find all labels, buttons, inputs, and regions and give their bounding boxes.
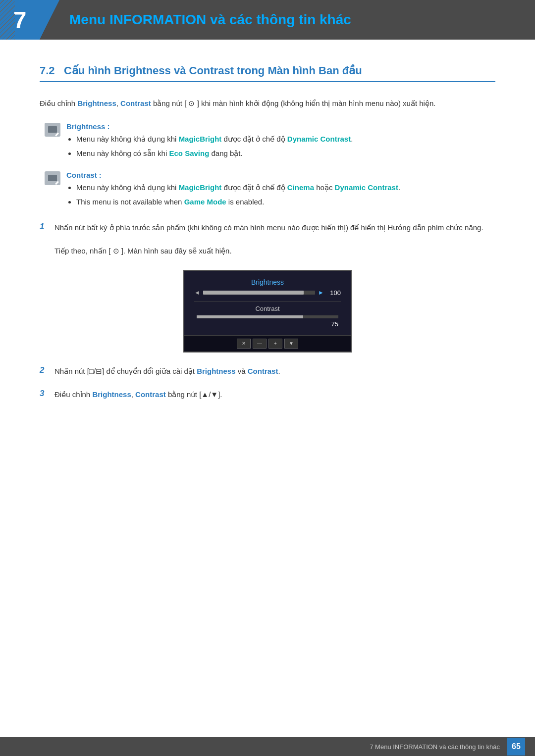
- brightness-section: Brightness ◄ ► 100: [194, 278, 341, 297]
- header-title: Menu INFORMATION và các thông tin khác: [59, 12, 351, 28]
- note-brightness-list: Menu này không khả dụng khi MagicBright …: [66, 133, 495, 159]
- monitor-ui-inner: Brightness ◄ ► 100 Contrast 75: [184, 271, 351, 335]
- note-contrast-content: Contrast : Menu này không khả dụng khi M…: [66, 171, 495, 210]
- monitor-buttons: ✕ — + ▼: [184, 335, 351, 352]
- ui-divider: [194, 302, 341, 302]
- step2-contrast: Contrast: [248, 367, 278, 375]
- header-banner: 7 Menu INFORMATION và các thông tin khác: [0, 0, 535, 40]
- note-contrast-list: Menu này không khả dụng khi MagicBright …: [66, 182, 495, 208]
- step-3: 3 Điều chỉnh Brightness, Contrast bằng n…: [40, 388, 495, 401]
- monitor-btn-down: ▼: [284, 339, 298, 349]
- note-contrast-icon: [45, 171, 60, 185]
- chapter-number: 7: [13, 6, 27, 34]
- list-item: This menu is not available when Game Mod…: [76, 196, 495, 208]
- step-1: 1 Nhấn nút bất kỳ ở phía trước sản phẩm …: [40, 221, 495, 234]
- step-2-number: 2: [40, 365, 49, 375]
- monitor-ui-screenshot: Brightness ◄ ► 100 Contrast 75: [183, 270, 352, 353]
- list-item: Menu này không có sẵn khi Eco Saving đan…: [76, 148, 495, 159]
- note-brightness-content: Brightness : Menu này không khả dụng khi…: [66, 122, 495, 162]
- note-pencil-decoration-2: [55, 181, 59, 185]
- dynamic-contrast-label: Dynamic Contrast: [287, 135, 351, 143]
- list-item: Menu này không khả dụng khi MagicBright …: [76, 133, 495, 145]
- note-contrast: Contrast : Menu này không khả dụng khi M…: [45, 171, 495, 210]
- section-heading: 7.2 Cấu hình Brightness và Contrast tron…: [40, 64, 495, 82]
- cinema-label: Cinema: [287, 183, 314, 192]
- section-number: 7.2: [40, 64, 55, 77]
- note-contrast-title: Contrast :: [66, 171, 495, 179]
- note-pencil-decoration: [55, 132, 59, 136]
- step3-contrast: Contrast: [135, 390, 166, 399]
- monitor-btn-minus: —: [253, 339, 267, 349]
- section-title: Cấu hình Brightness và Contrast trong Mà…: [64, 64, 362, 77]
- game-mode-label: Game Mode: [184, 198, 226, 206]
- monitor-btn-plus: +: [268, 339, 282, 349]
- step3-brightness: Brightness: [92, 390, 131, 399]
- main-content: 7.2 Cấu hình Brightness và Contrast tron…: [0, 40, 535, 452]
- header-diagonal-decoration: [40, 0, 59, 40]
- list-item: Menu này không khả dụng khi MagicBright …: [76, 182, 495, 194]
- contrast-label: Contrast: [194, 305, 341, 312]
- brightness-slider-fill: [203, 291, 304, 295]
- intro-contrast-word: Contrast: [120, 99, 151, 107]
- step-2: 2 Nhấn nút [□/⊟] để chuyển đổi giữa cài …: [40, 365, 495, 378]
- dynamic-contrast-label-2: Dynamic Contrast: [335, 183, 398, 192]
- magicbright-label: MagicBright: [179, 135, 222, 143]
- header-hatch-decoration: [0, 0, 15, 40]
- contrast-value: 75: [194, 320, 341, 328]
- slider-arrow-right: ►: [318, 289, 324, 296]
- step-1-text: Nhấn nút bất kỳ ở phía trước sản phẩm (k…: [54, 221, 495, 234]
- magicbright-label-2: MagicBright: [179, 183, 222, 192]
- step-1-number: 1: [40, 222, 49, 232]
- footer-page-number: 65: [507, 738, 525, 756]
- note-brightness-title: Brightness :: [66, 122, 495, 131]
- brightness-slider-track: [203, 291, 315, 295]
- note-brightness: Brightness : Menu này không khả dụng khi…: [45, 122, 495, 162]
- contrast-slider-track: [197, 315, 338, 318]
- brightness-label: Brightness: [194, 278, 341, 286]
- intro-paragraph: Điều chỉnh Brightness, Contrast bằng nút…: [40, 97, 495, 110]
- step2-brightness: Brightness: [197, 367, 235, 375]
- step-3-text: Điều chỉnh Brightness, Contrast bằng nút…: [54, 388, 495, 401]
- step-3-number: 3: [40, 389, 49, 399]
- contrast-section: Contrast 75: [194, 305, 341, 328]
- contrast-slider-fill: [197, 315, 303, 318]
- note-brightness-icon: [45, 123, 60, 137]
- footer-text: 7 Menu INFORMATION và các thông tin khác: [370, 743, 500, 751]
- page-footer: 7 Menu INFORMATION và các thông tin khác…: [0, 737, 535, 756]
- eco-saving-label: Eco Saving: [169, 149, 209, 157]
- intro-brightness-word: Brightness: [77, 99, 116, 107]
- brightness-value: 100: [327, 289, 341, 297]
- slider-arrow-left: ◄: [194, 289, 200, 296]
- step-1-subtext: Tiếp theo, nhấn [ ⊙ ]. Màn hình sau đây …: [54, 245, 495, 257]
- brightness-slider-container: ◄ ► 100: [194, 289, 341, 297]
- step-2-text: Nhấn nút [□/⊟] để chuyển đổi giữa cài đặ…: [54, 365, 495, 378]
- monitor-btn-x: ✕: [237, 339, 251, 349]
